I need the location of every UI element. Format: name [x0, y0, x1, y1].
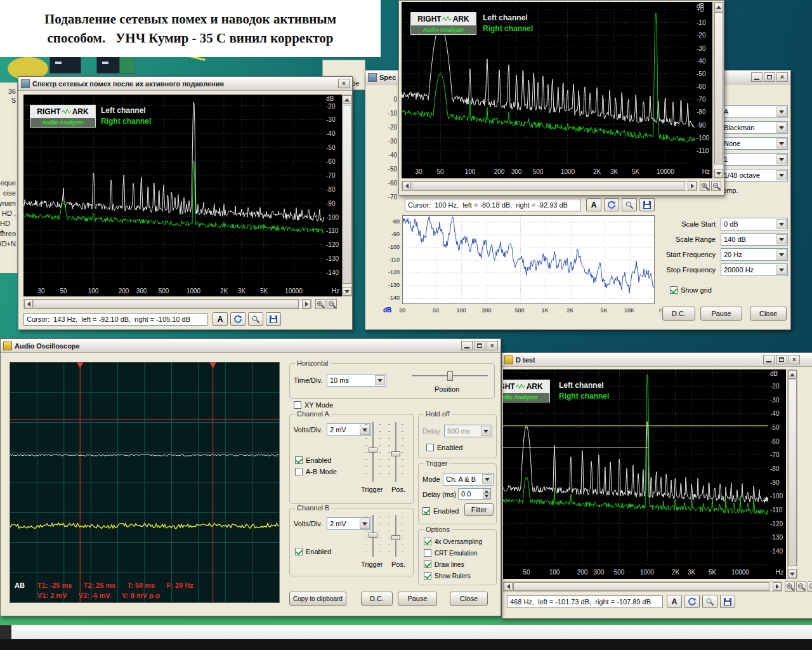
close-button[interactable]: × — [776, 72, 788, 82]
pause-button[interactable]: Pause — [398, 592, 437, 606]
scroll-thumb[interactable] — [714, 12, 723, 164]
checkbox-box[interactable] — [424, 572, 431, 580]
titlebar[interactable]: D test × — [502, 353, 812, 367]
slider-thumb[interactable] — [447, 371, 453, 381]
zoom-in-button[interactable] — [785, 581, 795, 592]
scroll-up-button[interactable] — [714, 3, 723, 11]
start-frequency-combo[interactable]: 20 Hz — [721, 248, 788, 261]
refresh-button[interactable] — [684, 595, 700, 608]
checkbox-box[interactable] — [295, 456, 303, 464]
channel-a-enabled-checkbox[interactable]: Enabled — [295, 456, 331, 464]
chevron-down-icon[interactable] — [481, 426, 491, 436]
scroll-left-button[interactable] — [504, 582, 513, 591]
autoscale-button[interactable]: A — [667, 595, 682, 608]
horizontal-scrollbar[interactable] — [23, 299, 311, 309]
titlebar[interactable]: Спектр сетевых помех после их активного … — [18, 77, 352, 91]
close-button[interactable]: × — [338, 79, 350, 88]
chevron-down-icon[interactable] — [375, 375, 385, 385]
minimize-button[interactable] — [461, 341, 473, 350]
holdoff-delay-combo[interactable]: 500 ms — [444, 425, 492, 437]
trigger-b-slider[interactable] — [367, 515, 379, 557]
scroll-down-button[interactable] — [343, 287, 351, 296]
position-b-slider[interactable] — [390, 515, 402, 557]
checkbox-box[interactable] — [424, 538, 431, 545]
chevron-down-icon[interactable] — [776, 107, 787, 117]
checkbox-box[interactable] — [424, 549, 431, 557]
chevron-down-icon[interactable] — [482, 474, 492, 484]
vertical-scrollbar[interactable] — [714, 2, 724, 178]
draw-lines-checkbox[interactable]: Draw lines — [424, 560, 464, 568]
maximize-button[interactable] — [776, 355, 787, 364]
checkbox-box[interactable] — [424, 560, 431, 568]
checkbox-box[interactable] — [422, 507, 430, 515]
noise-profile-chart[interactable] — [402, 215, 655, 304]
vertical-scrollbar[interactable] — [342, 95, 352, 296]
zoom-out-button[interactable] — [796, 581, 806, 592]
titlebar[interactable]: Audio Oscilloscope × — [1, 339, 501, 353]
dc-button[interactable]: D.C. — [662, 307, 695, 321]
oscilloscope-canvas[interactable] — [10, 362, 279, 602]
taskbar-button-fragment[interactable] — [0, 625, 11, 640]
scale-range-combo[interactable]: 140 dB — [721, 233, 788, 246]
zoom-out-button[interactable] — [327, 299, 337, 309]
zoom-reset-button[interactable] — [808, 581, 812, 592]
zoom-tool-button[interactable] — [248, 312, 263, 326]
filter-button[interactable]: Filter — [464, 503, 494, 516]
slider-thumb[interactable] — [391, 451, 400, 456]
scroll-thumb[interactable] — [343, 105, 351, 284]
maximize-button[interactable] — [474, 341, 485, 350]
channel-b-enabled-checkbox[interactable]: Enabled — [295, 548, 331, 555]
stop-frequency-combo[interactable]: 20000 Hz — [721, 263, 788, 276]
chevron-down-icon[interactable] — [776, 123, 787, 133]
xy-mode-checkbox[interactable]: XY Mode — [294, 401, 333, 409]
taskbar[interactable] — [0, 639, 812, 650]
checkbox-box[interactable] — [295, 548, 303, 555]
weighting-combo[interactable]: None — [721, 137, 788, 150]
dc-button[interactable]: D.C. — [361, 592, 393, 606]
trigger-mode-combo[interactable]: Ch. A & B — [443, 473, 494, 486]
close-button[interactable]: × — [789, 355, 800, 364]
scroll-thumb[interactable] — [788, 380, 797, 566]
checkbox-box[interactable] — [295, 468, 303, 475]
pause-button[interactable]: Pause — [700, 307, 742, 321]
scroll-right-button[interactable] — [773, 582, 782, 591]
fft-window-combo[interactable]: Blackman — [721, 121, 788, 134]
scroll-thumb[interactable] — [513, 582, 769, 591]
scroll-right-button[interactable] — [302, 300, 311, 308]
chevron-down-icon[interactable] — [776, 234, 787, 244]
spin-up-icon[interactable] — [483, 489, 490, 494]
chevron-down-icon[interactable] — [776, 154, 787, 164]
voltsdiv-a-combo[interactable]: 2 mV — [327, 423, 371, 436]
octave-combo[interactable]: 1/48 octave — [721, 169, 788, 182]
trigger-delay-spinner[interactable]: 0.0 — [458, 488, 491, 500]
checkbox-box[interactable] — [294, 401, 301, 409]
position-a-slider[interactable] — [390, 422, 402, 482]
voltsdiv-b-combo[interactable]: 2 mV — [327, 517, 371, 530]
refresh-button[interactable] — [604, 198, 619, 211]
scroll-left-button[interactable] — [24, 300, 33, 308]
zoom-in-button[interactable] — [700, 181, 710, 191]
chevron-down-icon[interactable] — [776, 219, 787, 229]
close-button2[interactable]: Close — [750, 307, 787, 321]
scroll-thumb[interactable] — [34, 300, 299, 308]
scroll-up-button[interactable] — [343, 95, 351, 104]
zoom-out-button[interactable] — [711, 181, 721, 191]
save-button[interactable] — [266, 312, 281, 326]
spectrum-plot[interactable]: dB+0-10-20-30-40-50-60-70-80-90-100-110 … — [402, 2, 712, 178]
trigger-a-slider[interactable] — [367, 422, 379, 482]
input-combo[interactable]: A — [721, 105, 788, 118]
scroll-up-button[interactable] — [788, 370, 797, 379]
spectrum-plot[interactable]: dB-20-30-40-50-60-70-80-90-100-110-120-1… — [503, 369, 786, 579]
spectrum-plot[interactable]: dB-20-30-40-50-60-70-80-90-100-110-120-1… — [23, 95, 342, 296]
vertical-scrollbar[interactable] — [787, 369, 797, 579]
holdoff-enabled-checkbox[interactable]: Enabled — [426, 444, 462, 451]
zoom-tool-button[interactable] — [702, 595, 717, 608]
spin-down-icon[interactable] — [483, 494, 490, 499]
scroll-down-button[interactable] — [788, 569, 797, 578]
slider-thumb[interactable] — [391, 535, 400, 540]
chevron-down-icon[interactable] — [776, 170, 787, 180]
chevron-down-icon[interactable] — [776, 265, 787, 275]
copy-to-clipboard-button[interactable]: Copy to clipboard — [289, 592, 346, 606]
autoscale-button[interactable]: A — [213, 312, 228, 326]
ab-mode-checkbox[interactable]: A-B Mode — [295, 468, 337, 475]
